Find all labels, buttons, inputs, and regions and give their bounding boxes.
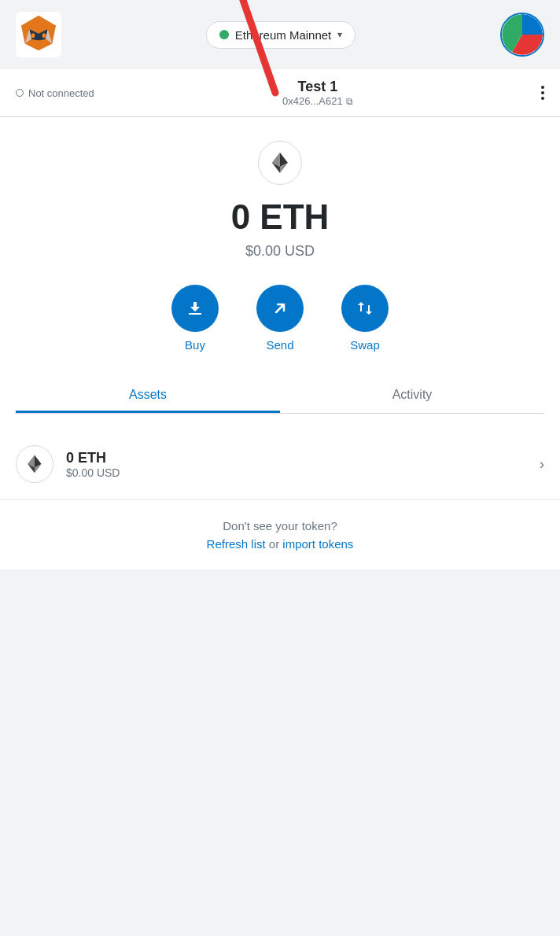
- footer-section: Don't see your token? Refresh list or im…: [0, 499, 560, 569]
- account-avatar[interactable]: [500, 13, 544, 57]
- buy-circle: [171, 285, 219, 332]
- more-dot-2: [541, 91, 544, 94]
- balance-eth: 0 ETH: [231, 197, 330, 237]
- account-address: 0x426...A621 ⧉: [282, 95, 353, 107]
- footer-links: Refresh list or import tokens: [16, 537, 544, 551]
- copy-address-icon[interactable]: ⧉: [346, 96, 353, 107]
- header: Ethereum Mainnet ▾: [0, 0, 560, 69]
- eth-logo-icon: [268, 151, 292, 175]
- asset-eth-icon: [24, 454, 45, 474]
- asset-eth-item[interactable]: 0 ETH $0.00 USD ›: [0, 429, 560, 499]
- dont-see-text: Don't see your token?: [16, 519, 544, 532]
- account-info: Test 1 0x426...A621 ⧉: [282, 79, 353, 107]
- asset-eth-usd: $0.00 USD: [66, 466, 540, 479]
- import-tokens-link[interactable]: import tokens: [282, 537, 353, 551]
- swap-label: Swap: [350, 338, 380, 352]
- tabs: Assets Activity: [16, 377, 544, 414]
- asset-eth-icon-wrap: [16, 445, 53, 483]
- avatar-icon: [502, 14, 543, 55]
- chevron-down-icon: ▾: [337, 29, 342, 40]
- more-dot-1: [541, 86, 544, 89]
- swap-icon: [356, 299, 374, 318]
- network-name: Ethereum Mainnet: [235, 28, 332, 42]
- svg-point-7: [31, 33, 35, 38]
- network-selector[interactable]: Ethereum Mainnet ▾: [206, 21, 356, 49]
- buy-button[interactable]: Buy: [171, 285, 219, 352]
- network-status-dot: [219, 30, 229, 39]
- balance-usd: $0.00 USD: [245, 243, 315, 260]
- svg-point-8: [42, 33, 46, 38]
- asset-eth-details: 0 ETH $0.00 USD: [66, 450, 540, 479]
- svg-marker-24: [28, 455, 35, 468]
- send-icon: [271, 299, 289, 318]
- swap-circle: [341, 285, 389, 332]
- not-connected-label: Not connected: [28, 87, 94, 99]
- svg-marker-19: [272, 153, 280, 167]
- asset-chevron-icon: ›: [540, 456, 544, 473]
- buy-icon: [186, 299, 204, 318]
- more-menu-button[interactable]: [541, 86, 544, 100]
- send-label: Send: [266, 338, 293, 352]
- eth-logo-circle: [258, 141, 302, 185]
- asset-eth-name: 0 ETH: [66, 450, 540, 466]
- svg-rect-20: [189, 313, 201, 315]
- account-bar: Not connected Test 1 0x426...A621 ⧉: [0, 69, 560, 117]
- account-name: Test 1: [282, 79, 353, 95]
- more-dot-3: [541, 97, 544, 100]
- action-buttons: Buy Send Swap: [171, 285, 389, 352]
- tab-assets[interactable]: Assets: [16, 377, 280, 413]
- send-circle: [256, 285, 304, 332]
- tab-activity[interactable]: Activity: [280, 377, 544, 413]
- connection-status: Not connected: [16, 87, 94, 99]
- send-button[interactable]: Send: [256, 285, 304, 352]
- swap-button[interactable]: Swap: [341, 285, 389, 352]
- not-connected-dot: [16, 89, 24, 97]
- metamask-logo: [16, 12, 61, 57]
- or-text: or: [266, 537, 283, 551]
- buy-label: Buy: [185, 338, 205, 352]
- main-content: 0 ETH $0.00 USD Buy Send: [0, 117, 560, 429]
- assets-section: 0 ETH $0.00 USD ›: [0, 429, 560, 499]
- refresh-list-link[interactable]: Refresh list: [207, 537, 266, 551]
